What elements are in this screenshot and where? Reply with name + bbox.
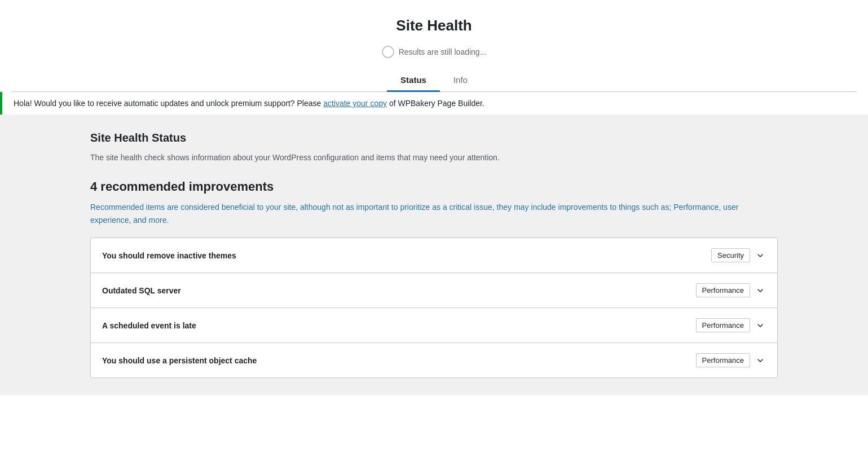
- issue-expand-btn-inactive-themes[interactable]: [755, 250, 766, 261]
- loading-text: Results are still loading...: [399, 47, 487, 56]
- header: Site Health Results are still loading...…: [0, 0, 868, 92]
- notice-text-after: of WPBakery Page Builder.: [387, 99, 484, 108]
- issue-badge-inactive-themes: Security: [711, 248, 750, 262]
- loading-circle: [382, 46, 394, 58]
- loading-indicator: Results are still loading...: [11, 46, 857, 58]
- chevron-down-icon: [756, 356, 765, 365]
- tabs-nav: Status Info: [11, 69, 857, 92]
- issue-expand-btn-scheduled-event[interactable]: [755, 320, 766, 331]
- issue-right-inactive-themes: Security: [711, 248, 766, 262]
- issue-badge-scheduled-event: Performance: [696, 318, 750, 332]
- improvements-title: 4 recommended improvements: [90, 179, 778, 194]
- chevron-down-icon: [756, 251, 765, 260]
- issue-row: You should use a persistent object cache…: [91, 343, 777, 378]
- issue-row: Outdated SQL serverPerformance: [91, 273, 777, 308]
- status-section-description: The site health check shows information …: [90, 151, 778, 164]
- page-wrapper: Site Health Results are still loading...…: [0, 0, 868, 474]
- chevron-down-icon: [756, 286, 765, 295]
- issue-row: A scheduled event is latePerformance: [91, 308, 777, 343]
- issue-expand-btn-outdated-sql[interactable]: [755, 285, 766, 296]
- issue-right-scheduled-event: Performance: [696, 318, 766, 332]
- notice-bar: Hola! Would you like to receive automati…: [0, 92, 868, 115]
- issues-list: You should remove inactive themesSecurit…: [90, 238, 778, 378]
- issue-badge-outdated-sql: Performance: [696, 283, 750, 297]
- issue-title-scheduled-event: A scheduled event is late: [102, 321, 196, 330]
- chevron-down-icon: [756, 321, 765, 330]
- status-section-title: Site Health Status: [90, 131, 778, 144]
- tab-info[interactable]: Info: [440, 69, 481, 92]
- page-title: Site Health: [11, 17, 857, 34]
- tab-status[interactable]: Status: [387, 69, 440, 92]
- notice-text-before: Hola! Would you like to receive automati…: [14, 99, 323, 108]
- improvements-description: Recommended items are considered benefic…: [90, 201, 778, 226]
- issue-badge-persistent-cache: Performance: [696, 353, 750, 367]
- issue-title-persistent-cache: You should use a persistent object cache: [102, 356, 257, 365]
- issue-right-persistent-cache: Performance: [696, 353, 766, 367]
- issue-title-outdated-sql: Outdated SQL server: [102, 286, 181, 295]
- issue-right-outdated-sql: Performance: [696, 283, 766, 297]
- issue-row: You should remove inactive themesSecurit…: [91, 238, 777, 273]
- main-content: Site Health Status The site health check…: [0, 115, 868, 395]
- issue-title-inactive-themes: You should remove inactive themes: [102, 251, 236, 260]
- notice-link[interactable]: activate your copy: [323, 99, 387, 108]
- issue-expand-btn-persistent-cache[interactable]: [755, 355, 766, 366]
